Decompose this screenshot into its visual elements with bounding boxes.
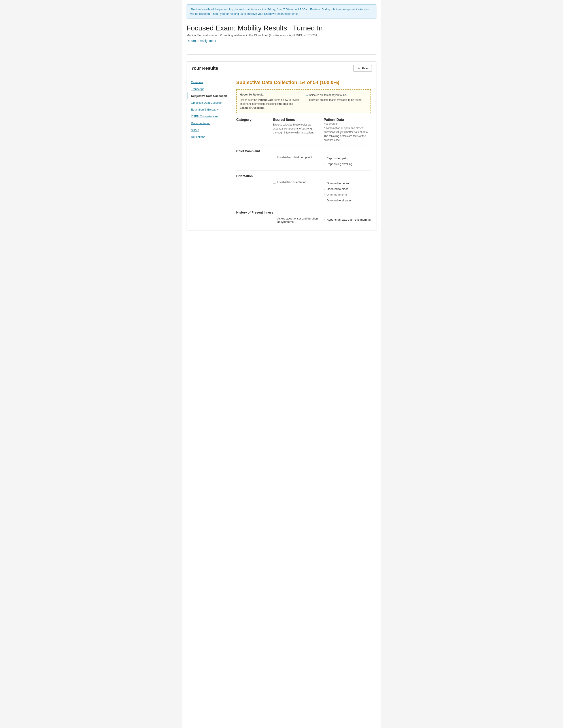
scored-item-chief-complaint: Established chief complaint bbox=[273, 156, 320, 159]
col-patient-header: Patient Data Not Scored A combination of… bbox=[324, 118, 371, 142]
section-divider bbox=[186, 54, 377, 55]
legend-available: ○ Indicates an item that is available to… bbox=[306, 98, 368, 103]
hover-reveal-title: Hover To Reveal... bbox=[240, 93, 301, 96]
checkbox-orientation bbox=[273, 181, 276, 184]
lab-pass-button[interactable]: Lab Pass bbox=[353, 65, 372, 71]
sidebar-item-education-empathy[interactable]: Education & Empathy bbox=[187, 106, 231, 113]
sidebar-item-objective-data-collection[interactable]: Objective Data Collection bbox=[187, 99, 231, 106]
col-scored-header: Scored Items Experts selected these topi… bbox=[273, 118, 320, 135]
patient-data-item: Reports fall was 9 am this morning bbox=[324, 217, 371, 223]
sidebar-item-subjective-data-collection[interactable]: Subjective Data Collection bbox=[187, 92, 231, 99]
columns-header: Category Scored Items Experts selected t… bbox=[236, 118, 371, 142]
main-layout: Overview Transcript Subjective Data Coll… bbox=[187, 75, 376, 231]
category-label-chief-complaint: Chief Complaint bbox=[236, 149, 371, 153]
page-subtitle: Medical Surgical Nursing: Promoting Well… bbox=[186, 34, 377, 37]
sidebar-item-documentation[interactable]: Documentation bbox=[187, 120, 231, 127]
checkbox-chief-complaint bbox=[273, 156, 276, 159]
legend-found: ● Indicates an item that you found. bbox=[306, 93, 368, 98]
checkbox-hpi bbox=[273, 217, 276, 220]
page-title: Focused Exam: Mobility Results | Turned … bbox=[186, 24, 377, 32]
page-wrapper: Shadow Health will be performing planned… bbox=[182, 0, 381, 728]
category-label-hpi: History of Present Illness bbox=[236, 211, 371, 214]
patient-data-item: Oriented to place bbox=[324, 186, 371, 192]
hover-reveal-left: Hover To Reveal... Hover over the Patien… bbox=[240, 93, 301, 110]
category-history-present-illness: History of Present Illness Asked about o… bbox=[236, 207, 371, 223]
col-category-header: Category bbox=[236, 118, 269, 122]
content-area: Subjective Data Collection: 54 of 54 (10… bbox=[231, 75, 376, 231]
sidebar-item-sbar[interactable]: SBAR bbox=[187, 127, 231, 133]
results-header: Your Results Lab Pass bbox=[187, 62, 376, 75]
sidebar-item-qsen-competencies[interactable]: QSEN Competencies bbox=[187, 113, 231, 120]
results-container: Your Results Lab Pass Overview Transcrip… bbox=[186, 61, 377, 231]
results-title: Your Results bbox=[191, 66, 218, 71]
hover-reveal-box: Hover To Reveal... Hover over the Patien… bbox=[236, 89, 371, 113]
category-orientation: Orientation Established orientation Orie… bbox=[236, 171, 371, 203]
scored-item-hpi: Asked about onset and duration of sympto… bbox=[273, 217, 320, 223]
patient-data-item: Reports leg swelling bbox=[324, 161, 371, 167]
patient-data-orientation: Oriented to person Oriented to place Ori… bbox=[324, 180, 371, 203]
banner-text: Shadow Health will be performing planned… bbox=[190, 7, 373, 16]
patient-data-hpi: Reports fall was 9 am this morning bbox=[324, 217, 371, 223]
hover-reveal-legend: ● Indicates an item that you found. ○ In… bbox=[306, 93, 368, 110]
data-row: Established chief complaint Reports leg … bbox=[236, 156, 371, 167]
patient-data-item: Oriented to person bbox=[324, 180, 371, 186]
section-heading: Subjective Data Collection: 54 of 54 (10… bbox=[236, 80, 371, 85]
sidebar-item-reflections[interactable]: Reflections bbox=[187, 133, 231, 140]
scored-item-orientation: Established orientation bbox=[273, 180, 320, 184]
category-chief-complaint: Chief Complaint Established chief compla… bbox=[236, 146, 371, 167]
sidebar-item-overview[interactable]: Overview bbox=[187, 79, 231, 86]
patient-data-item: Oriented to situation bbox=[324, 198, 371, 203]
data-row: Established orientation Oriented to pers… bbox=[236, 180, 371, 203]
return-to-assignment-link[interactable]: Return to Assignment bbox=[186, 39, 216, 43]
sidebar-nav: Overview Transcript Subjective Data Coll… bbox=[187, 75, 231, 231]
hover-reveal-body: Hover over the Patient Data items below … bbox=[240, 98, 301, 110]
patient-data-chief-complaint: Reports leg pain Reports leg swelling bbox=[324, 156, 371, 167]
sidebar-item-transcript[interactable]: Transcript bbox=[187, 86, 231, 92]
patient-data-item: Oriented to time bbox=[324, 192, 371, 198]
category-label-orientation: Orientation bbox=[236, 174, 371, 178]
maintenance-banner: Shadow Health will be performing planned… bbox=[186, 4, 377, 19]
data-row: Asked about onset and duration of sympto… bbox=[236, 217, 371, 223]
patient-data-item: Reports leg pain bbox=[324, 156, 371, 161]
